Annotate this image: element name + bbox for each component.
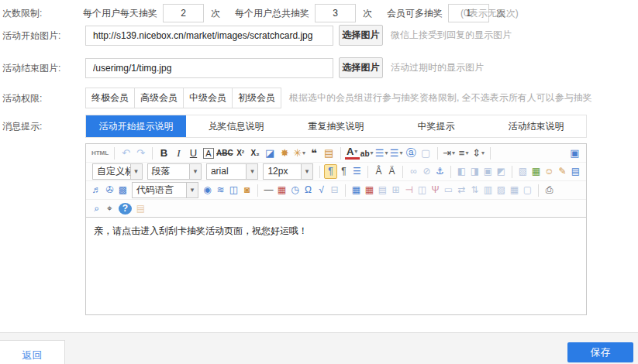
font-border-icon[interactable]: A [203, 148, 214, 159]
superscript-icon[interactable]: X² [233, 146, 248, 160]
video-icon[interactable]: ▤ [569, 164, 582, 179]
code-language-select[interactable]: 代码语言 [132, 182, 198, 198]
back-button[interactable]: 返回 [0, 340, 65, 364]
paragraph-style-select[interactable]: 自定义标题 [92, 163, 143, 180]
eraser-icon[interactable]: ◪ [263, 146, 278, 160]
strikethrough-icon[interactable]: ABC [216, 146, 233, 160]
paste-icon[interactable]: ▤ [134, 201, 147, 216]
format-brush-icon[interactable]: ✸ [278, 146, 292, 160]
print-icon[interactable]: ⎙ [543, 183, 556, 197]
time-icon[interactable]: ◷ [288, 183, 302, 197]
underline-icon[interactable]: U [186, 146, 201, 160]
font-size-select[interactable]: 12px [263, 163, 313, 180]
split-row-icon[interactable]: ▥ [481, 183, 495, 197]
save-button[interactable]: 保存 [567, 342, 633, 362]
ordered-list-icon[interactable]: ☰ [374, 146, 389, 160]
special-char-icon[interactable]: Ω [302, 183, 315, 197]
search-icon[interactable]: ⌕ [90, 201, 103, 216]
table-header-icon[interactable]: ▤ [376, 183, 389, 197]
font-color-icon[interactable]: A [345, 146, 360, 160]
paste-plain-icon[interactable]: ▤ [322, 146, 336, 160]
align-icon[interactable]: ≡ [457, 146, 471, 160]
start-image-url-input[interactable] [85, 26, 333, 46]
split-col-icon[interactable]: ▨ [495, 183, 508, 197]
uppercase-icon[interactable]: Â [372, 164, 385, 179]
link-icon[interactable]: ∞ [407, 164, 420, 179]
delete-col-icon[interactable]: Ψ [429, 183, 442, 197]
redo-icon[interactable]: ↷ [133, 146, 148, 160]
merge-paragraph-icon[interactable]: ☰ [350, 164, 364, 179]
scrawl-icon[interactable]: ✎ [556, 164, 569, 179]
permission-senior-member[interactable]: 高级会员 [134, 88, 184, 108]
merge-right-icon[interactable]: ⇄ [455, 183, 468, 197]
auto-typeset-icon[interactable]: ✳ [292, 146, 307, 160]
anchor-ref-icon[interactable]: ⓐ [404, 146, 419, 160]
image-float-right-icon[interactable]: ◩ [495, 164, 508, 179]
emotion-icon[interactable]: ☺ [543, 164, 556, 179]
tab-win-prize-note[interactable]: 中奖提示 [386, 115, 486, 137]
indent-icon[interactable]: ⇥ [442, 146, 457, 160]
date-icon[interactable]: ▦ [275, 183, 288, 197]
snapshot-icon[interactable]: ◙ [240, 183, 253, 197]
paragraph-rtl-icon[interactable]: ¶ [337, 164, 350, 179]
insert-table-icon[interactable]: ▦ [350, 183, 363, 197]
unordered-list-icon[interactable]: ☰ [389, 146, 404, 160]
font-family-select[interactable]: arial [206, 163, 258, 180]
undo-icon[interactable]: ↶ [119, 146, 133, 160]
image-center-icon[interactable]: ▣ [481, 164, 495, 179]
merge-cells-icon[interactable]: ▭ [442, 183, 455, 197]
blockquote-icon[interactable]: ❝ [307, 146, 322, 160]
tab-redeem-info-note[interactable]: 兑奖信息说明 [186, 115, 286, 137]
music-icon[interactable]: ♬ [90, 183, 103, 197]
image-manager-icon[interactable]: ▦ [529, 164, 543, 179]
html-source-icon[interactable]: HTML [90, 146, 110, 160]
quick-format-icon[interactable]: ≋ [214, 183, 227, 197]
insert-column-icon[interactable]: ◫ [227, 183, 240, 197]
map-icon[interactable]: ▩ [116, 183, 129, 197]
attachment-icon[interactable]: ✇ [103, 183, 116, 197]
delete-row-icon[interactable]: ⊣ [402, 183, 416, 197]
image-inline-icon[interactable]: ◨ [468, 164, 481, 179]
bold-icon[interactable]: B [157, 146, 171, 160]
total-draw-limit-field: 每个用户总共抽奖 次 [235, 4, 387, 22]
start-image-pick-button[interactable]: 选择图片 [339, 25, 383, 46]
tab-activity-start-note[interactable]: 活动开始提示说明 [86, 115, 186, 137]
horizontal-rule-icon[interactable]: — [262, 183, 275, 197]
image-float-left-icon[interactable]: ◧ [455, 164, 468, 179]
find-replace-icon[interactable]: ⌖ [103, 201, 116, 216]
paragraph-format-select[interactable]: 段落 [147, 163, 202, 180]
new-page-icon[interactable]: ▢ [419, 146, 433, 160]
table-full-icon[interactable]: ▦ [508, 183, 521, 197]
delete-table-icon[interactable]: ▦ [363, 183, 376, 197]
tab-activity-end-note[interactable]: 活动结束说明 [486, 115, 586, 137]
merge-down-icon[interactable]: ⇅ [468, 183, 481, 197]
permission-middle-member[interactable]: 中级会员 [183, 88, 233, 108]
lowercase-icon[interactable]: Ä [385, 164, 398, 179]
anchor-icon[interactable]: ⚓ [433, 164, 447, 179]
tab-repeat-draw-note[interactable]: 重复抽奖说明 [286, 115, 386, 137]
limit-count-input[interactable] [315, 4, 356, 22]
editor-content[interactable]: 亲，请点击进入刮刮卡抽奖活动页面，祝您好运哦！ [86, 218, 586, 244]
highlight-color-icon[interactable]: ab [360, 146, 374, 160]
help-icon[interactable]: ? [119, 203, 132, 215]
insert-code-icon[interactable]: ◉ [201, 183, 214, 197]
unlink-icon[interactable]: ⊘ [420, 164, 433, 179]
insert-image-icon[interactable]: ▧ [516, 164, 529, 179]
permission-ultimate-member[interactable]: 终极会员 [85, 88, 135, 108]
fullscreen-icon[interactable]: ▣ [567, 146, 582, 160]
start-image-hint: 微信上接受到回复的显示图片 [391, 29, 512, 42]
italic-icon[interactable]: I [171, 146, 186, 160]
page-break-icon[interactable]: ⊟ [328, 183, 341, 197]
subscript-icon[interactable]: X₂ [248, 146, 263, 160]
indent-paragraph-icon[interactable]: ¶ [324, 164, 337, 179]
end-image-url-input[interactable] [85, 58, 333, 78]
doc-icon[interactable]: ▢ [521, 183, 534, 197]
line-height-icon[interactable]: ⇕ [471, 146, 486, 160]
limit-count-input[interactable] [163, 4, 204, 22]
formula-icon[interactable]: √ [315, 183, 328, 197]
end-image-pick-button[interactable]: 选择图片 [339, 57, 383, 78]
insert-row-icon[interactable]: ⊞ [389, 183, 402, 197]
insert-col-icon[interactable]: ◫ [416, 183, 429, 197]
permission-junior-member[interactable]: 初级会员 [232, 88, 281, 108]
editor-toolbar: HTML↶↷BIUAABCX²X₂◪✸✳❝▤Aab☰☰ⓐ▢⇥≡⇕▣ 自定义标题段… [86, 144, 586, 218]
